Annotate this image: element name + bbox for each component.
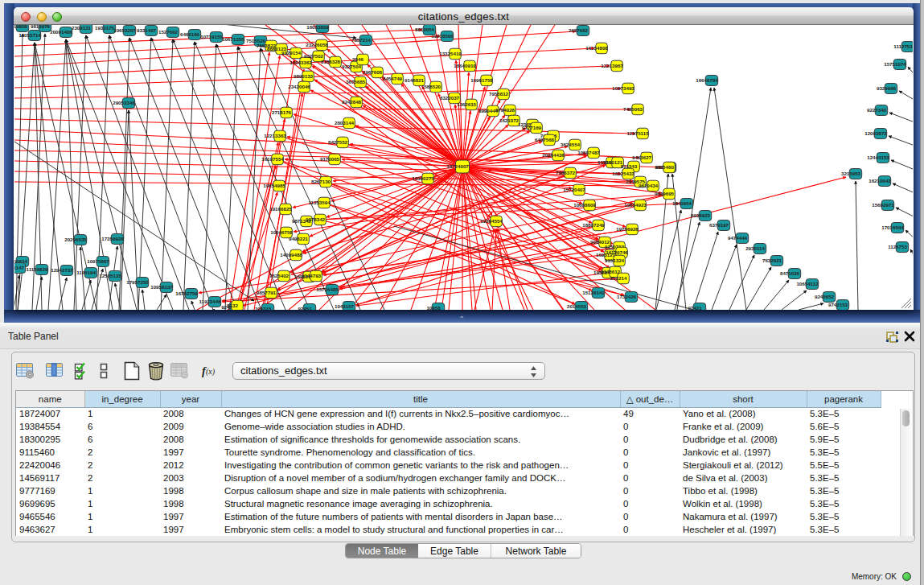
svg-text:19166825: 19166825 — [269, 206, 292, 212]
svg-text:6379197: 6379197 — [709, 222, 729, 228]
svg-text:9115460: 9115460 — [655, 164, 674, 170]
svg-text:9391147: 9391147 — [14, 265, 24, 270]
svg-text:8471626: 8471626 — [780, 270, 800, 276]
svg-text:14099488: 14099488 — [280, 252, 302, 257]
svg-text:2319858: 2319858 — [14, 25, 28, 29]
svg-text:14055714: 14055714 — [18, 32, 41, 38]
svg-text:9777169: 9777169 — [522, 125, 542, 130]
svg-text:16543362: 16543362 — [290, 60, 312, 65]
svg-text:1588520: 1588520 — [421, 84, 441, 89]
svg-text:1112753: 1112753 — [893, 43, 913, 49]
svg-text:15716485: 15716485 — [316, 286, 339, 292]
svg-text:8132: 8132 — [227, 303, 238, 308]
svg-text:8454749: 8454749 — [383, 76, 403, 81]
svg-text:9242848: 9242848 — [342, 99, 362, 105]
svg-text:9742153: 9742153 — [828, 302, 848, 307]
svg-text:10046758: 10046758 — [270, 229, 293, 235]
svg-text:7955812: 7955812 — [489, 91, 509, 97]
svg-text:1733426: 1733426 — [617, 294, 637, 299]
svg-text:7857214: 7857214 — [351, 37, 372, 43]
svg-text:17016504: 17016504 — [881, 225, 904, 230]
svg-text:8427552: 8427552 — [328, 139, 348, 145]
svg-text:19384554: 19384554 — [480, 218, 503, 224]
svg-text:10653267: 10653267 — [113, 27, 136, 33]
svg-text:11923448: 11923448 — [199, 299, 221, 304]
svg-text:(x): (x) — [206, 367, 216, 377]
svg-text:92451: 92451 — [298, 306, 312, 310]
svg-text:7625402: 7625402 — [269, 273, 290, 278]
svg-text:1362615: 1362615 — [457, 101, 477, 107]
svg-text:3624554: 3624554 — [561, 142, 581, 147]
svg-text:19756928: 19756928 — [616, 226, 639, 232]
svg-text:2935114: 2935114 — [745, 245, 765, 251]
svg-text:16961758: 16961758 — [470, 77, 493, 83]
svg-text:9329966: 9329966 — [877, 85, 897, 91]
svg-text:18640910: 18640910 — [454, 63, 476, 68]
svg-text:2718176: 2718176 — [272, 109, 292, 115]
svg-text:19654923: 19654923 — [624, 202, 647, 208]
svg-text:16154808: 16154808 — [585, 45, 608, 51]
svg-text:9699695: 9699695 — [655, 191, 675, 196]
svg-text:9144793: 9144793 — [302, 273, 322, 278]
svg-text:10975867: 10975867 — [87, 258, 109, 264]
svg-text:10958137: 10958137 — [150, 284, 173, 290]
svg-text:9474444: 9474444 — [728, 235, 748, 241]
svg-text:12213967: 12213967 — [601, 63, 623, 68]
svg-text:10807487: 10807487 — [577, 150, 600, 155]
svg-text:29053346: 29053346 — [113, 100, 135, 105]
svg-text:2803144: 2803144 — [335, 120, 355, 126]
svg-text:20091406: 20091406 — [50, 29, 72, 35]
svg-text:19300275: 19300275 — [412, 175, 434, 181]
svg-text:9146821: 9146821 — [405, 77, 425, 83]
svg-text:8938923: 8938923 — [691, 212, 711, 218]
svg-text:16210643: 16210643 — [869, 178, 891, 183]
svg-text:16033809: 16033809 — [306, 25, 329, 30]
svg-text:3215953: 3215953 — [841, 171, 861, 176]
svg-text:12975115: 12975115 — [626, 130, 649, 136]
svg-text:8186328: 8186328 — [321, 59, 341, 64]
svg-text:252214: 252214 — [610, 275, 627, 281]
svg-text:9170065: 9170065 — [320, 156, 340, 162]
svg-text:8267130: 8267130 — [311, 179, 331, 184]
svg-text:1527602: 1527602 — [158, 29, 179, 35]
svg-text:1933175: 1933175 — [95, 25, 115, 31]
svg-text:20206535: 20206535 — [64, 237, 87, 242]
svg-text:2687682: 2687682 — [569, 27, 589, 33]
svg-text:10973493: 10973493 — [612, 85, 634, 91]
svg-text:15720407: 15720407 — [563, 187, 585, 192]
svg-text:2967608: 2967608 — [363, 69, 383, 75]
svg-text:23226058: 23226058 — [306, 42, 328, 47]
svg-text:1126753: 1126753 — [888, 244, 907, 249]
svg-text:7986372: 7986372 — [556, 170, 576, 175]
svg-text:2309131: 2309131 — [72, 25, 92, 31]
svg-text:9498221: 9498221 — [289, 236, 309, 241]
svg-text:6466160: 6466160 — [180, 31, 200, 37]
svg-text:10958: 10958 — [426, 305, 441, 310]
svg-text:9890133: 9890133 — [294, 73, 314, 79]
svg-text:12942737: 12942737 — [51, 267, 73, 273]
svg-text:16782759: 16782759 — [175, 290, 198, 296]
svg-text:1043157: 1043157 — [335, 303, 355, 309]
svg-text:19218506: 19218506 — [431, 33, 454, 39]
svg-text:7485063: 7485063 — [623, 106, 643, 112]
svg-text:11353594: 11353594 — [308, 200, 331, 205]
svg-text:17957255: 17957255 — [126, 279, 149, 285]
svg-text:19654985: 19654985 — [263, 183, 285, 188]
svg-text:9610434: 9610434 — [639, 183, 659, 188]
svg-text:9810976: 9810976 — [31, 25, 51, 29]
svg-text:16120746: 16120746 — [606, 249, 628, 255]
svg-text:1145194: 1145194 — [76, 270, 96, 275]
svg-text:20364436: 20364436 — [542, 152, 565, 158]
svg-text:15692971: 15692971 — [872, 202, 894, 208]
svg-text:2546: 2546 — [352, 56, 363, 62]
svg-text:9245652: 9245652 — [815, 294, 835, 299]
svg-text:10671355: 10671355 — [222, 36, 244, 42]
svg-text:12505135: 12505135 — [99, 273, 121, 278]
svg-text:15136141: 15136141 — [582, 290, 605, 295]
svg-text:1621072: 1621072 — [499, 117, 519, 123]
svg-text:9331407: 9331407 — [137, 27, 157, 33]
svg-text:9151324: 9151324 — [605, 257, 625, 263]
svg-text:9327502: 9327502 — [304, 53, 324, 59]
svg-text:15751074: 15751074 — [884, 61, 906, 67]
svg-text:13325419: 13325419 — [439, 51, 462, 56]
